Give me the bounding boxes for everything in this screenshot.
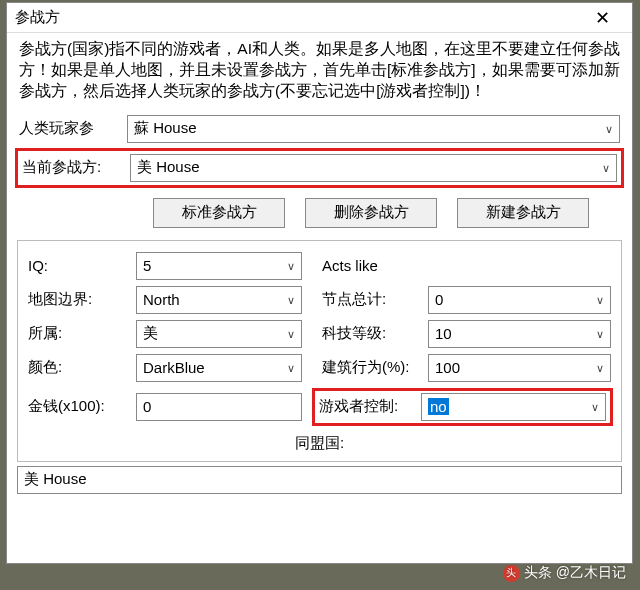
side-select[interactable]: 美 ∨: [136, 320, 302, 348]
human-player-label: 人类玩家参: [19, 119, 127, 138]
side-label: 所属:: [28, 324, 136, 343]
chevron-down-icon: ∨: [605, 122, 613, 135]
chevron-down-icon: ∨: [596, 327, 604, 340]
player-control-value: no: [428, 398, 449, 415]
watermark-icon: 头: [503, 565, 520, 582]
allies-label: 同盟国:: [22, 429, 617, 455]
instructions-text: 参战方(国家)指不同的游戏者，AI和人类。如果是多人地图，在这里不要建立任何参战…: [7, 33, 632, 112]
tech-label: 科技等级:: [322, 324, 428, 343]
window-title: 参战方: [15, 8, 580, 27]
close-button[interactable]: ✕: [580, 4, 624, 32]
color-label: 颜色:: [28, 358, 136, 377]
player-control-select[interactable]: no ∨: [421, 393, 606, 421]
tech-select[interactable]: 10 ∨: [428, 320, 611, 348]
dialog-window: 参战方 ✕ 参战方(国家)指不同的游戏者，AI和人类。如果是多人地图，在这里不要…: [6, 2, 633, 564]
delete-side-button[interactable]: 删除参战方: [305, 198, 437, 228]
side-buttons-row: 标准参战方 删除参战方 新建参战方: [7, 190, 632, 238]
map-edge-select[interactable]: North ∨: [136, 286, 302, 314]
current-side-row: 当前参战方: 美 House ∨: [15, 148, 624, 188]
standard-side-button[interactable]: 标准参战方: [153, 198, 285, 228]
money-label: 金钱(x100):: [28, 397, 136, 416]
iq-select[interactable]: 5 ∨: [136, 252, 302, 280]
acts-like-label: Acts like: [322, 257, 428, 274]
map-edge-label: 地图边界:: [28, 290, 136, 309]
human-player-select[interactable]: 蘇 House ∨: [127, 115, 620, 143]
row-side: 所属: 美 ∨ 科技等级: 10 ∨: [22, 317, 617, 351]
title-bar: 参战方 ✕: [7, 3, 632, 33]
watermark: 头 头条 @乙木日记: [503, 564, 626, 582]
current-side-select[interactable]: 美 House ∨: [130, 154, 617, 182]
human-player-value: 蘇 House: [134, 119, 197, 138]
chevron-down-icon: ∨: [287, 259, 295, 272]
chevron-down-icon: ∨: [591, 400, 599, 413]
close-icon: ✕: [595, 7, 610, 29]
human-player-row: 人类玩家参 蘇 House ∨: [7, 112, 632, 146]
row-color: 颜色: DarkBlue ∨ 建筑行为(%): 100 ∨: [22, 351, 617, 385]
color-select[interactable]: DarkBlue ∨: [136, 354, 302, 382]
chevron-down-icon: ∨: [287, 293, 295, 306]
money-input[interactable]: 0: [136, 393, 302, 421]
new-side-button[interactable]: 新建参战方: [457, 198, 589, 228]
watermark-text: 头条 @乙木日记: [524, 564, 626, 582]
current-side-value: 美 House: [137, 158, 200, 177]
row-money: 金钱(x100): 0 游戏者控制: no ∨: [22, 385, 617, 429]
row-iq: IQ: 5 ∨ Acts like: [22, 249, 617, 283]
bottom-row: 美 House: [17, 466, 622, 494]
chevron-down-icon: ∨: [287, 327, 295, 340]
chevron-down-icon: ∨: [287, 361, 295, 374]
chevron-down-icon: ∨: [596, 361, 604, 374]
current-side-label: 当前参战方:: [22, 158, 130, 177]
build-select[interactable]: 100 ∨: [428, 354, 611, 382]
player-control-label: 游戏者控制:: [319, 397, 421, 416]
chevron-down-icon: ∨: [596, 293, 604, 306]
iq-label: IQ:: [28, 257, 136, 274]
nodes-select[interactable]: 0 ∨: [428, 286, 611, 314]
bottom-input[interactable]: 美 House: [17, 466, 622, 494]
properties-frame: IQ: 5 ∨ Acts like 地图边界: North ∨ 节点总计:: [17, 240, 622, 462]
nodes-label: 节点总计:: [322, 290, 428, 309]
chevron-down-icon: ∨: [602, 161, 610, 174]
row-map-edge: 地图边界: North ∨ 节点总计: 0 ∨: [22, 283, 617, 317]
build-label: 建筑行为(%):: [322, 358, 428, 377]
